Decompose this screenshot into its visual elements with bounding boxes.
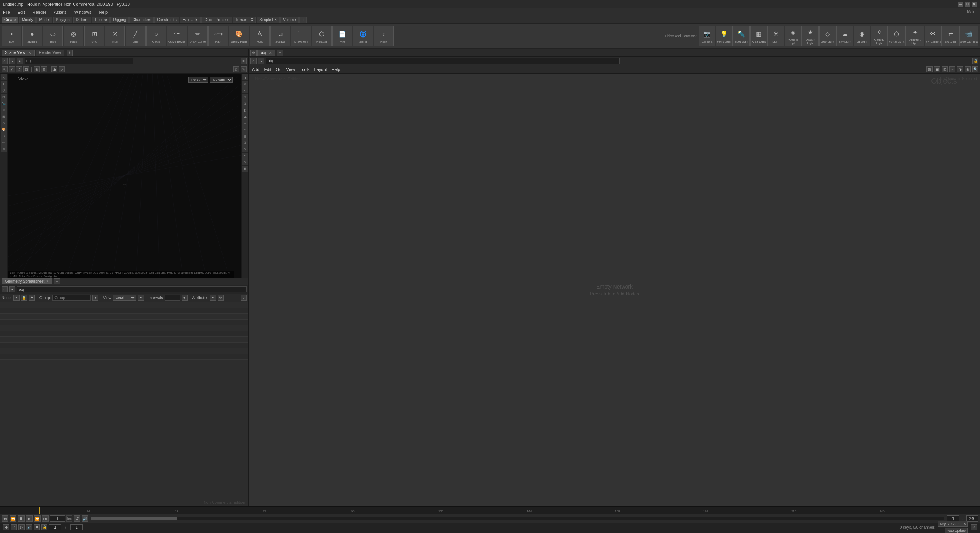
vp-scale-btn[interactable]: ⊡ bbox=[1, 94, 7, 100]
shelf-tab-modify[interactable]: Modify bbox=[19, 17, 36, 23]
timeline-scroll[interactable] bbox=[91, 517, 944, 520]
viewport-path-input[interactable] bbox=[25, 58, 133, 64]
tool-line[interactable]: ╱ Line bbox=[126, 26, 146, 46]
audio-btn[interactable]: 🔊 bbox=[82, 515, 88, 522]
scale-tool[interactable]: ⊡ bbox=[23, 66, 29, 72]
tl-options-btn[interactable]: ⚙ bbox=[971, 524, 977, 530]
vp-overlay-btn[interactable]: ⊙ bbox=[242, 159, 248, 165]
attributes-refresh-btn[interactable]: ↻ bbox=[218, 295, 224, 301]
shelf-tab-deform[interactable]: Deform bbox=[73, 17, 91, 23]
camera-dropdown[interactable]: No cam bbox=[210, 77, 233, 83]
rotate-tool[interactable]: ↺ bbox=[16, 66, 22, 72]
net-help-btn[interactable]: Help bbox=[330, 66, 342, 72]
playback-next-btn[interactable]: ⏩ bbox=[34, 515, 41, 522]
maximize-button[interactable]: □ bbox=[965, 2, 970, 7]
shelf-tab-polygon[interactable]: Polygon bbox=[53, 17, 72, 23]
scene-view-tab[interactable]: Scene View ✕ bbox=[2, 50, 35, 56]
tool-spot-light[interactable]: 🔦 Spot Light bbox=[733, 26, 750, 46]
net-back-btn[interactable]: ◂ bbox=[258, 58, 264, 64]
vp-vis-btn[interactable]: 👁 bbox=[242, 81, 248, 87]
tl-key-next-btn[interactable]: ▷ bbox=[18, 524, 25, 530]
net-icon-btn-6[interactable]: ⊕ bbox=[965, 66, 971, 72]
net-icon-btn-1[interactable]: ⊞ bbox=[926, 66, 933, 72]
tool-volume-light[interactable]: ◈ Volume Light bbox=[785, 26, 802, 46]
playback-prev-btn[interactable]: ⏪ bbox=[10, 515, 16, 522]
vp-xray-btn[interactable]: ✦ bbox=[242, 153, 248, 159]
shelf-tab-hairutils[interactable]: Hair Utils bbox=[180, 17, 201, 23]
net-view-btn[interactable]: View bbox=[285, 66, 297, 72]
shelf-tab-create[interactable]: Create bbox=[2, 17, 18, 23]
path-forward-button[interactable]: ▸ bbox=[17, 58, 23, 64]
shelf-tab-constraints[interactable]: Constraints bbox=[154, 17, 179, 23]
snap-button[interactable]: ⊕ bbox=[34, 66, 40, 72]
group-filter-btn[interactable]: ▼ bbox=[92, 295, 98, 301]
tl-record-btn[interactable]: ⏺ bbox=[34, 524, 40, 530]
intervals-input[interactable] bbox=[165, 295, 180, 301]
vp-bg-btn[interactable]: ▦ bbox=[242, 133, 248, 139]
shelf-tab-volume[interactable]: Volume bbox=[280, 17, 298, 23]
tl-key-btn[interactable]: ◆ bbox=[3, 524, 9, 530]
menu-help[interactable]: Help bbox=[97, 9, 109, 15]
scene-view-close[interactable]: ✕ bbox=[28, 51, 31, 55]
tool-box[interactable]: ▪ Box bbox=[2, 26, 21, 46]
vp-ambient-btn[interactable]: ☁ bbox=[242, 113, 248, 120]
tool-grid[interactable]: ⊞ Grid bbox=[84, 26, 104, 46]
network-main[interactable]: Non-Commercial Edition Objects No Operat… bbox=[249, 74, 980, 506]
net-icon-btn-2[interactable]: ▣ bbox=[934, 66, 940, 72]
net-icon-btn-7[interactable]: 🔍 bbox=[972, 66, 978, 72]
add-net-tab[interactable]: + bbox=[277, 50, 283, 56]
loop-btn[interactable]: ↺ bbox=[74, 515, 80, 522]
grid-snap-button[interactable]: ⊞ bbox=[41, 66, 47, 72]
playback-play-btn[interactable]: ▶ bbox=[26, 515, 33, 522]
path-back-button[interactable]: ◂ bbox=[9, 58, 15, 64]
vp-fog-btn[interactable]: ≈ bbox=[242, 126, 248, 133]
vp-shadow-btn[interactable]: ◧ bbox=[242, 107, 248, 113]
vp-shade-btn[interactable]: ▪ bbox=[242, 87, 248, 93]
tool-path[interactable]: ⟿ Path bbox=[208, 26, 228, 46]
tool-ambient-light[interactable]: ✦ Ambient Light bbox=[905, 26, 924, 46]
net-path-input[interactable] bbox=[266, 58, 620, 64]
node-lock-btn[interactable]: 🔒 bbox=[21, 295, 27, 301]
timeline-playhead[interactable] bbox=[39, 507, 40, 514]
select-tool[interactable]: ↖ bbox=[2, 66, 8, 72]
shelf-tab-rigging[interactable]: Rigging bbox=[110, 17, 129, 23]
node-select-btn[interactable]: ● bbox=[13, 295, 20, 301]
attributes-filter-btn[interactable]: ▼ bbox=[210, 295, 216, 301]
tool-file[interactable]: 📄 File bbox=[332, 26, 352, 46]
tool-l-system[interactable]: ⋱ L-System bbox=[291, 26, 311, 46]
viewport-layout[interactable]: □ bbox=[233, 66, 239, 72]
vp-display-btn[interactable]: ◑ bbox=[242, 74, 248, 80]
add-panel-button[interactable]: + bbox=[67, 50, 73, 56]
menu-windows[interactable]: Windows bbox=[73, 9, 93, 15]
vp-snap-btn[interactable]: ⊕ bbox=[242, 146, 248, 152]
tool-draw-curve[interactable]: ✏ Draw Curve bbox=[188, 26, 208, 46]
playback-start-btn[interactable]: ⏮ bbox=[2, 515, 8, 522]
tool-sky-light[interactable]: ☁ Sky Light bbox=[836, 26, 853, 46]
transform-tool[interactable]: ⤢ bbox=[9, 66, 15, 72]
shelf-tab-add[interactable]: + bbox=[299, 17, 307, 23]
net-tools-btn[interactable]: Tools bbox=[298, 66, 311, 72]
minimize-button[interactable]: — bbox=[958, 2, 963, 7]
vp-backface-btn[interactable]: ⊡ bbox=[242, 100, 248, 107]
display-options[interactable]: ◑ bbox=[51, 66, 57, 72]
node-flag-btn[interactable]: ⚑ bbox=[29, 295, 35, 301]
vp-sculpt-btn[interactable]: ⊿ bbox=[1, 133, 7, 139]
shelf-tab-simplefx[interactable]: Simple FX bbox=[257, 17, 280, 23]
vp-floor-btn[interactable]: ⊞ bbox=[242, 139, 248, 146]
menu-file[interactable]: File bbox=[2, 9, 11, 15]
vp-light-btn[interactable]: ☀ bbox=[1, 107, 7, 113]
shelf-tab-texture[interactable]: Texture bbox=[92, 17, 110, 23]
vp-edit-btn[interactable]: ✏ bbox=[1, 139, 7, 146]
vp-select-btn[interactable]: ↖ bbox=[1, 74, 7, 80]
net-home-btn[interactable]: ⌂ bbox=[250, 58, 257, 64]
shelf-tab-guideprocess[interactable]: Guide Process bbox=[201, 17, 232, 23]
tool-light[interactable]: ☀ Light bbox=[767, 26, 784, 46]
tool-curve-bezier[interactable]: 〜 Curve Bezier bbox=[167, 26, 187, 46]
net-settings-btn[interactable]: ⚙ bbox=[250, 50, 257, 56]
render-view-tab[interactable]: Render View bbox=[36, 50, 64, 56]
group-input[interactable] bbox=[52, 295, 91, 301]
spreadsheet-tab[interactable]: Geometry Spreadsheet ✕ bbox=[2, 278, 52, 284]
vp-pose-btn[interactable]: ⊙ bbox=[1, 120, 7, 126]
playback-stop-btn[interactable]: ⏸ bbox=[18, 515, 25, 522]
path-home-button[interactable]: ⌂ bbox=[2, 58, 8, 64]
